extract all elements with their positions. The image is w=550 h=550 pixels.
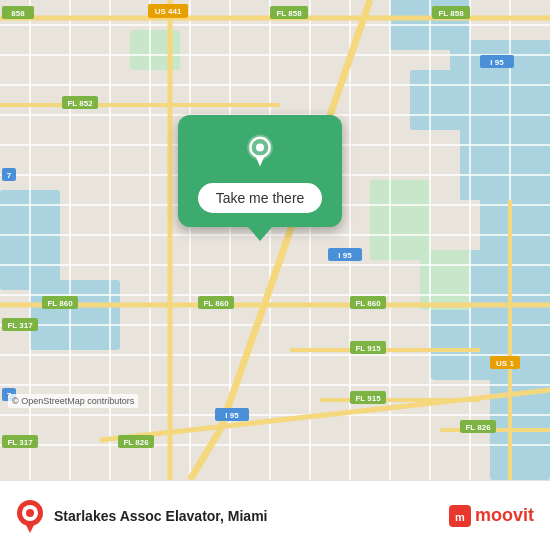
osm-credit: © OpenStreetMap contributors	[8, 394, 138, 408]
svg-point-96	[256, 143, 264, 151]
svg-rect-11	[370, 180, 430, 260]
moovit-icon: m	[449, 505, 471, 527]
svg-text:FL 317: FL 317	[7, 438, 33, 447]
svg-text:FL 915: FL 915	[355, 394, 381, 403]
svg-marker-101	[25, 523, 35, 533]
svg-text:FL 915: FL 915	[355, 344, 381, 353]
map-container: US 441 FL 858 FL 858 I 95 FL 852 I 95 FL…	[0, 0, 550, 480]
location-popup: Take me there	[155, 115, 365, 241]
svg-text:I 95: I 95	[338, 251, 352, 260]
svg-text:7: 7	[7, 171, 12, 180]
svg-rect-8	[490, 370, 550, 480]
location-pin-icon	[240, 133, 280, 173]
svg-rect-5	[480, 195, 550, 255]
svg-text:m: m	[455, 511, 465, 523]
popup-box: Take me there	[178, 115, 343, 227]
bottom-bar: Starlakes Assoc Elavator, Miami m moovit	[0, 480, 550, 550]
location-name: Starlakes Assoc Elavator, Miami	[54, 508, 449, 524]
svg-point-100	[26, 509, 34, 517]
svg-text:FL 858: FL 858	[438, 9, 464, 18]
svg-text:858: 858	[11, 9, 25, 18]
svg-text:FL 860: FL 860	[355, 299, 381, 308]
svg-rect-10	[30, 280, 120, 350]
svg-rect-12	[420, 250, 470, 310]
take-me-there-button[interactable]: Take me there	[198, 183, 323, 213]
moovit-text: moovit	[475, 505, 534, 526]
svg-text:FL 858: FL 858	[276, 9, 302, 18]
svg-text:FL 826: FL 826	[123, 438, 149, 447]
moovit-pin-icon	[16, 499, 44, 533]
svg-text:FL 860: FL 860	[203, 299, 229, 308]
svg-text:I 95: I 95	[490, 58, 504, 67]
svg-text:US 1: US 1	[496, 359, 514, 368]
svg-text:FL 317: FL 317	[7, 321, 33, 330]
svg-text:I 95: I 95	[225, 411, 239, 420]
svg-text:FL 860: FL 860	[47, 299, 73, 308]
location-info: Starlakes Assoc Elavator, Miami	[54, 508, 449, 524]
svg-text:FL 852: FL 852	[67, 99, 93, 108]
popup-pointer	[248, 227, 272, 241]
svg-text:FL 826: FL 826	[465, 423, 491, 432]
svg-marker-97	[255, 155, 265, 166]
svg-rect-4	[460, 120, 550, 200]
moovit-logo: m moovit	[449, 505, 534, 527]
svg-text:US 441: US 441	[155, 7, 182, 16]
